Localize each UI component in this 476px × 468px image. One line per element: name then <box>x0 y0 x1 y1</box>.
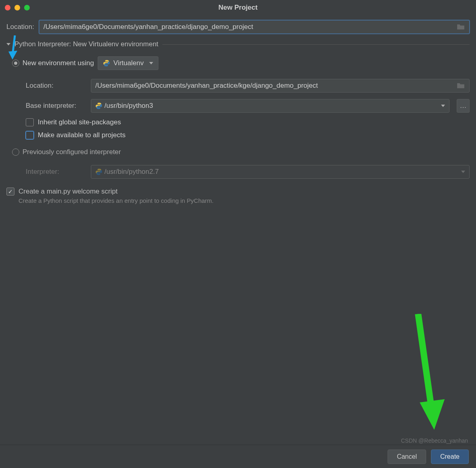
prev-env-sub: Interpreter: /usr/bin/python2.7 <box>6 162 470 182</box>
available-label: Make available to all projects <box>38 131 125 139</box>
python-icon <box>95 168 103 175</box>
prev-interpreter-value: /usr/bin/python2.7 <box>105 168 159 176</box>
base-interpreter-value: /usr/bin/python3 <box>105 102 153 110</box>
base-interpreter-select[interactable]: /usr/bin/python3 <box>91 99 449 113</box>
prev-interpreter-row: Interpreter: /usr/bin/python2.7 <box>26 162 470 182</box>
checkbox-unchecked-icon[interactable] <box>26 131 34 139</box>
env-location-label: Location: <box>26 82 86 90</box>
cancel-button[interactable]: Cancel <box>388 449 426 464</box>
python-icon <box>95 102 103 109</box>
available-checkbox-row[interactable]: Make available to all projects <box>6 129 470 142</box>
checkbox-unchecked-icon[interactable] <box>26 118 34 126</box>
env-location-value: /Users/mima6ge0/Documents/yanhan_practic… <box>95 82 318 90</box>
inherit-checkbox-row[interactable]: Inherit global site-packages <box>6 116 470 129</box>
heading-divider <box>162 44 470 45</box>
location-input[interactable]: /Users/mima6ge0/Documents/yanhan_practic… <box>39 20 470 34</box>
annotation-arrow-blue <box>7 35 19 63</box>
main-py-checkbox-row[interactable]: Create a main.py welcome script <box>0 187 476 196</box>
interpreter-section: Python Interpreter: New Virtualenv envir… <box>6 40 470 182</box>
inherit-label: Inherit global site-packages <box>38 118 121 126</box>
folder-icon[interactable] <box>456 82 465 89</box>
radio-unselected-icon[interactable] <box>12 148 19 156</box>
env-location-input[interactable]: /Users/mima6ge0/Documents/yanhan_practic… <box>91 79 470 93</box>
checkbox-checked-icon[interactable] <box>6 188 14 196</box>
browse-interpreter-button[interactable]: … <box>457 99 470 113</box>
prev-env-radio-row[interactable]: Previously configured interpreter <box>6 142 470 162</box>
base-interpreter-label: Base interpreter: <box>26 102 86 110</box>
location-value: /Users/mima6ge0/Documents/yanhan_practic… <box>43 23 253 31</box>
python-icon <box>103 60 110 67</box>
fieldset-heading[interactable]: Python Interpreter: New Virtualenv envir… <box>6 40 470 48</box>
new-env-sub: Location: /Users/mima6ge0/Documents/yanh… <box>6 76 470 116</box>
chevron-down-icon <box>441 105 445 107</box>
prev-interpreter-label: Interpreter: <box>26 168 86 176</box>
interpreter-heading: Python Interpreter: New Virtualenv envir… <box>14 40 158 48</box>
annotation-arrow-green <box>406 314 446 431</box>
base-interpreter-row: Base interpreter: /usr/bin/python3 … <box>26 96 470 116</box>
create-button[interactable]: Create <box>431 449 469 464</box>
main-py-desc: Create a Python script that provides an … <box>12 197 476 204</box>
location-label: Location: <box>6 23 34 31</box>
new-env-radio-row[interactable]: New environment using Virtualenv <box>6 55 470 76</box>
env-tool-dropdown[interactable]: Virtualenv <box>98 56 158 70</box>
titlebar: New Project <box>0 0 476 15</box>
window-title: New Project <box>0 4 476 12</box>
env-tool-value: Virtualenv <box>113 59 144 67</box>
prev-env-label: Previously configured interpreter <box>23 148 121 156</box>
new-env-label: New environment using <box>23 59 94 67</box>
folder-icon[interactable] <box>456 24 465 30</box>
chevron-down-icon <box>461 171 465 173</box>
prev-interpreter-select: /usr/bin/python2.7 <box>91 165 470 179</box>
env-location-row: Location: /Users/mima6ge0/Documents/yanh… <box>26 76 470 96</box>
location-row: Location: /Users/mima6ge0/Documents/yanh… <box>0 15 476 36</box>
dialog-footer: Cancel Create <box>0 445 476 468</box>
watermark: CSDN @Rebecca_yanhan <box>401 437 468 444</box>
main-py-label: Create a main.py welcome script <box>18 188 118 196</box>
chevron-down-icon <box>149 62 153 64</box>
